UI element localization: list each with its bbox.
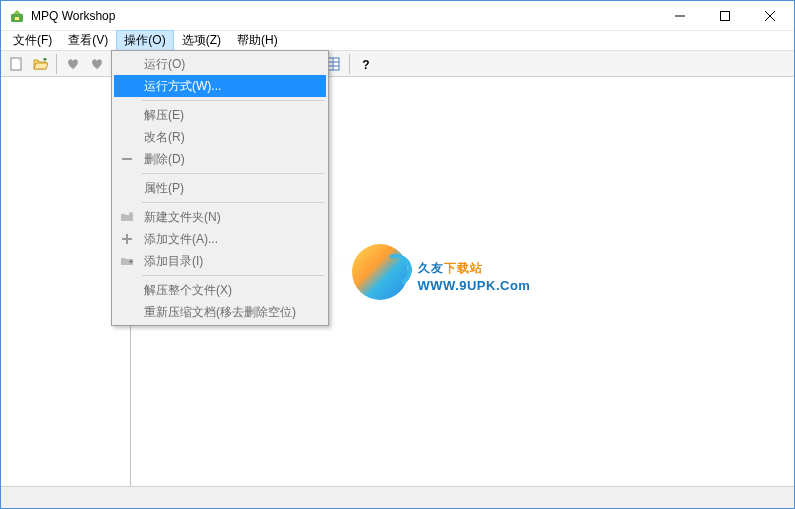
dd-add-dir-label: 添加目录(I) <box>138 253 322 270</box>
svg-rect-12 <box>122 158 132 160</box>
menu-help[interactable]: 帮助(H) <box>229 30 286 51</box>
open-button[interactable] <box>29 53 51 75</box>
dd-properties[interactable]: 属性(P) <box>114 177 326 199</box>
dd-run-label: 运行(O) <box>138 56 322 73</box>
svg-rect-15 <box>122 238 132 240</box>
maximize-button[interactable] <box>702 1 747 30</box>
menubar: 文件(F) 查看(V) 操作(O) 选项(Z) 帮助(H) <box>1 31 794 51</box>
folder-add-icon <box>116 253 138 269</box>
window-title: MPQ Workshop <box>31 9 657 23</box>
dd-run-as[interactable]: 运行方式(W)... <box>114 75 326 97</box>
blank-icon <box>116 78 138 94</box>
dropdown-separator <box>142 275 324 276</box>
svg-rect-1 <box>15 17 19 20</box>
heart-button-1[interactable] <box>62 53 84 75</box>
blank-icon <box>116 56 138 72</box>
watermark-text: 久友下载站 WWW.9UPK.Com <box>418 252 531 293</box>
minus-icon <box>116 151 138 167</box>
titlebar: MPQ Workshop <box>1 1 794 31</box>
dd-delete[interactable]: 删除(D) <box>114 148 326 170</box>
watermark-logo-icon <box>352 244 408 300</box>
svg-rect-17 <box>131 260 132 264</box>
folder-new-icon <box>116 209 138 225</box>
window-controls <box>657 1 792 30</box>
dd-new-folder-label: 新建文件夹(N) <box>138 209 322 226</box>
menu-options[interactable]: 选项(Z) <box>174 30 229 51</box>
svg-text:?: ? <box>362 58 369 72</box>
dd-run-as-label: 运行方式(W)... <box>138 78 322 95</box>
new-button[interactable] <box>5 53 27 75</box>
svg-point-13 <box>129 212 133 216</box>
app-icon <box>9 8 25 24</box>
watermark-cn: 久友下载站 <box>418 252 531 278</box>
dd-add-dir[interactable]: 添加目录(I) <box>114 250 326 272</box>
dd-extract-all-label: 解压整个文件(X) <box>138 282 322 299</box>
watermark-cn-prefix: 久友 <box>418 261 444 275</box>
dd-add-file[interactable]: 添加文件(A)... <box>114 228 326 250</box>
menu-operation[interactable]: 操作(O) <box>116 30 173 51</box>
dd-recompress[interactable]: 重新压缩文档(移去删除空位) <box>114 301 326 323</box>
dd-extract-label: 解压(E) <box>138 107 322 124</box>
menu-file[interactable]: 文件(F) <box>5 30 60 51</box>
blank-icon <box>116 107 138 123</box>
dd-extract[interactable]: 解压(E) <box>114 104 326 126</box>
dd-recompress-label: 重新压缩文档(移去删除空位) <box>138 304 322 321</box>
blank-icon <box>116 180 138 196</box>
toolbar-divider-2 <box>349 54 350 74</box>
svg-rect-3 <box>720 11 729 20</box>
dd-properties-label: 属性(P) <box>138 180 322 197</box>
dd-delete-label: 删除(D) <box>138 151 322 168</box>
dropdown-separator <box>142 202 324 203</box>
statusbar <box>1 486 794 508</box>
dd-rename-label: 改名(R) <box>138 129 322 146</box>
dropdown-separator <box>142 100 324 101</box>
toolbar-divider <box>56 54 57 74</box>
minimize-button[interactable] <box>657 1 702 30</box>
watermark-en: WWW.9UPK.Com <box>418 278 531 293</box>
dd-rename[interactable]: 改名(R) <box>114 126 326 148</box>
close-button[interactable] <box>747 1 792 30</box>
heart-button-2[interactable] <box>86 53 108 75</box>
dd-run[interactable]: 运行(O) <box>114 53 326 75</box>
dd-add-file-label: 添加文件(A)... <box>138 231 322 248</box>
blank-icon <box>116 129 138 145</box>
dropdown-separator <box>142 173 324 174</box>
dd-extract-all[interactable]: 解压整个文件(X) <box>114 279 326 301</box>
menu-view[interactable]: 查看(V) <box>60 30 116 51</box>
plus-icon <box>116 231 138 247</box>
blank-icon <box>116 304 138 320</box>
help-button[interactable]: ? <box>355 53 377 75</box>
dd-new-folder[interactable]: 新建文件夹(N) <box>114 206 326 228</box>
operation-dropdown: 运行(O) 运行方式(W)... 解压(E) 改名(R) 删除(D) 属性(P)… <box>111 50 329 326</box>
watermark: 久友下载站 WWW.9UPK.Com <box>316 227 566 317</box>
blank-icon <box>116 282 138 298</box>
watermark-cn-suffix: 下载站 <box>444 261 483 275</box>
